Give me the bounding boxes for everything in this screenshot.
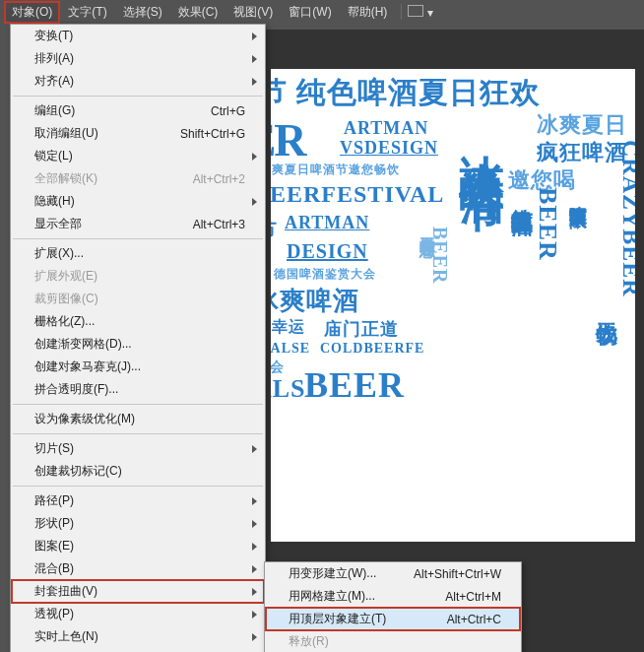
menu-lock[interactable]: 锁定(L) xyxy=(11,145,265,167)
art-text: 冰爽夏日 xyxy=(537,110,627,140)
separator xyxy=(13,404,263,405)
menu-arrange[interactable]: 排列(A) xyxy=(11,47,265,70)
art-text: , 德国啤酒鉴赏大会 xyxy=(271,266,376,283)
menu-window[interactable]: 窗口(W) xyxy=(281,1,339,24)
menu-envelope-distort[interactable]: 封套扭曲(V) xyxy=(11,580,265,603)
art-text: COLDBEERFE xyxy=(320,341,424,357)
separator xyxy=(13,238,263,239)
menu-live-paint[interactable]: 实时上色(N) xyxy=(11,625,265,648)
menu-select[interactable]: 选择(S) xyxy=(115,1,170,24)
art-text: BEERFESTIVAL xyxy=(271,181,444,208)
shortcut: Alt+Ctrl+C xyxy=(447,613,501,626)
menu-group[interactable]: 编组(G)Ctrl+G xyxy=(11,99,265,122)
submenu-arrow-icon xyxy=(252,543,257,551)
menu-flatten[interactable]: 拼合透明度(F)... xyxy=(11,378,265,401)
menu-path[interactable]: 路径(P) xyxy=(11,489,265,512)
submenu-arrow-icon xyxy=(252,565,257,573)
shortcut: Alt+Ctrl+2 xyxy=(193,172,245,186)
menu-pixel-perfect[interactable]: 设为像素级优化(M) xyxy=(11,408,265,430)
menu-effect[interactable]: 效果(C) xyxy=(170,1,226,24)
object-menu: 变换(T) 排列(A) 对齐(A) 编组(G)Ctrl+G 取消编组(U)Shi… xyxy=(10,24,266,652)
art-text: RIALSE xyxy=(271,341,310,357)
art-text: 节 xyxy=(271,217,278,243)
art-text: ALS xyxy=(271,374,306,404)
art-text: ARTMAN xyxy=(344,118,428,139)
submenu-arrow-icon xyxy=(252,520,257,528)
menu-help[interactable]: 帮助(H) xyxy=(340,1,396,24)
menu-show-all[interactable]: 显示全部Alt+Ctrl+3 xyxy=(11,213,265,235)
menu-blend[interactable]: 混合(B) xyxy=(11,557,265,580)
shortcut: Shift+Ctrl+G xyxy=(180,127,245,141)
menu-rasterize[interactable]: 栅格化(Z)... xyxy=(11,310,265,333)
art-text: 冰爽啤酒 xyxy=(271,284,359,318)
art-text: EER xyxy=(271,114,305,166)
art-text: DESIGN xyxy=(287,240,368,263)
art-text: BEER xyxy=(428,227,451,284)
menu-expand-appearance: 扩展外观(E) xyxy=(11,265,265,288)
submenu-arrow-icon xyxy=(252,33,257,40)
shortcut: Ctrl+G xyxy=(211,104,245,118)
artboard: 节 纯色啤酒夏日狂欢 冰爽夏日 疯狂啤酒 邀您喝 EER ARTMAN VSDE… xyxy=(271,69,635,542)
menu-shape[interactable]: 形状(P) xyxy=(11,512,265,535)
submenu-arrow-icon xyxy=(252,78,257,86)
menu-gradient-mesh[interactable]: 创建渐变网格(D)... xyxy=(11,333,265,356)
menu-object[interactable]: 对象(O) xyxy=(4,1,60,24)
art-text: 京爽夏日啤酒节邀您畅饮 xyxy=(271,162,400,178)
art-text: VSDESIGN xyxy=(340,138,438,159)
submenu-release: 释放(R) xyxy=(265,630,521,652)
art-text: BEER xyxy=(533,187,562,261)
menu-hide[interactable]: 隐藏(H) xyxy=(11,190,265,213)
art-text: CRAZYBEER xyxy=(617,140,635,297)
art-text: 庙门正道 xyxy=(324,317,399,341)
submenu-arrow-icon xyxy=(252,611,257,619)
menu-perspective[interactable]: 透视(P) xyxy=(11,603,265,625)
menu-object-mosaic[interactable]: 创建对象马赛克(J)... xyxy=(11,356,265,378)
envelope-submenu: 用变形建立(W)...Alt+Shift+Ctrl+W 用网格建立(M)...A… xyxy=(264,561,522,652)
menu-pattern[interactable]: 图案(E) xyxy=(11,535,265,557)
menu-image-trace[interactable]: 图像描摹 xyxy=(11,648,265,652)
submenu-make-mesh[interactable]: 用网格建立(M)...Alt+Ctrl+M xyxy=(265,585,521,608)
art-text: 无畅饮 xyxy=(592,305,621,308)
art-text: 啤酒节夏日狂欢限 xyxy=(566,191,590,199)
menu-trim-marks[interactable]: 创建裁切标记(C) xyxy=(11,460,265,483)
submenu-arrow-icon xyxy=(252,445,257,453)
submenu-arrow-icon xyxy=(252,497,257,505)
menu-ungroup[interactable]: 取消编组(U)Shift+Ctrl+G xyxy=(11,122,265,145)
art-text: 节 纯色啤酒夏日狂欢 xyxy=(271,73,541,113)
shortcut: Alt+Ctrl+M xyxy=(445,590,501,604)
submenu-make-top-object[interactable]: 用顶层对象建立(T)Alt+Ctrl+C xyxy=(265,608,521,630)
submenu-make-warp[interactable]: 用变形建立(W)...Alt+Shift+Ctrl+W xyxy=(265,562,521,585)
submenu-arrow-icon xyxy=(252,198,257,206)
shortcut: Alt+Ctrl+3 xyxy=(193,218,245,231)
menu-crop-image: 裁剪图像(C) xyxy=(11,288,265,310)
art-text: ARTMAN xyxy=(285,213,369,233)
doc-arrange-icon[interactable]: ▾ xyxy=(408,5,432,20)
menu-unlock-all: 全部解锁(K)Alt+Ctrl+2 xyxy=(11,167,265,190)
menu-view[interactable]: 视图(V) xyxy=(225,1,281,24)
menu-transform[interactable]: 变换(T) xyxy=(11,25,265,47)
submenu-arrow-icon xyxy=(252,588,257,596)
art-text: BEER xyxy=(304,364,405,406)
separator xyxy=(13,96,263,97)
menu-expand[interactable]: 扩展(X)... xyxy=(11,242,265,265)
submenu-arrow-icon xyxy=(252,633,257,641)
menu-align[interactable]: 对齐(A) xyxy=(11,70,265,93)
separator xyxy=(401,4,402,20)
art-text: 疯狂啤酒 xyxy=(537,138,627,167)
menu-type[interactable]: 文字(T) xyxy=(60,1,114,24)
submenu-arrow-icon xyxy=(252,55,257,63)
shortcut: Alt+Shift+Ctrl+W xyxy=(414,567,501,581)
submenu-arrow-icon xyxy=(252,153,257,161)
separator xyxy=(13,433,263,434)
art-text: 越幸运 xyxy=(271,317,305,338)
menu-slice[interactable]: 切片(S) xyxy=(11,437,265,460)
separator xyxy=(13,486,263,487)
art-text: 冰爽啤酒节 xyxy=(452,118,513,158)
menubar: 对象(O) 文字(T) 选择(S) 效果(C) 视图(V) 窗口(W) 帮助(H… xyxy=(0,0,644,24)
